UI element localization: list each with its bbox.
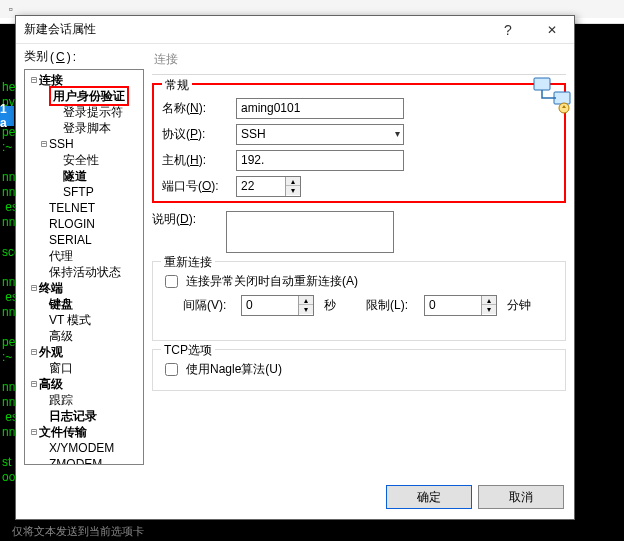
tree-item-15[interactable]: VT 模式 [25,312,143,328]
tree-label: VT 模式 [49,312,91,328]
tree-label: ZMODEM [49,456,102,465]
port-spinner[interactable]: ▴▾ [236,176,301,197]
spin-down-icon[interactable]: ▾ [286,186,300,195]
tree-item-20[interactable]: 跟踪 [25,392,143,408]
tree-label: 用户身份验证 [49,86,129,106]
tree-label: SERIAL [49,232,92,248]
interval-spinner[interactable]: ▴▾ [241,295,314,316]
ok-button[interactable]: 确定 [386,485,472,509]
port-input[interactable] [237,177,285,196]
expand-icon[interactable]: ⊟ [29,424,39,440]
spin-up-icon[interactable]: ▴ [299,296,313,305]
tree-item-13[interactable]: ⊟终端 [25,280,143,296]
host-label: 主机(H): [162,152,236,169]
spin-down-icon[interactable]: ▾ [299,305,313,314]
tree-label: X/YMODEM [49,440,114,456]
dialog-title: 新建会话属性 [24,21,486,38]
tree-label: 键盘 [49,296,73,312]
spin-up-icon[interactable]: ▴ [286,177,300,186]
name-label: 名称(N): [162,100,236,117]
tree-item-19[interactable]: ⊟高级 [25,376,143,392]
protocol-label: 协议(P): [162,126,236,143]
nagle-checkbox[interactable]: 使用Nagle算法(U) [161,360,557,379]
toolbar-icon: ▫ [4,2,18,16]
tree-item-4[interactable]: ⊟SSH [25,136,143,152]
tree-label: TELNET [49,200,95,216]
tree-item-21[interactable]: 日志记录 [25,408,143,424]
limit-input[interactable] [425,296,481,315]
spin-down-icon[interactable]: ▾ [482,305,496,314]
tree-item-5[interactable]: 安全性 [25,152,143,168]
tree-label: 保持活动状态 [49,264,121,280]
spin-up-icon[interactable]: ▴ [482,296,496,305]
tree-item-18[interactable]: 窗口 [25,360,143,376]
tree-label: 文件传输 [39,424,87,440]
general-group: 常规 名称(N): 协议(P): SSH ▾ 主机(H): [152,83,566,203]
reconnect-legend: 重新连接 [161,254,215,271]
close-button[interactable]: ✕ [530,16,574,44]
tree-label: 日志记录 [49,408,97,424]
expand-icon[interactable]: ⊟ [29,72,39,88]
tree-label: 隧道 [63,168,87,184]
limit-spinner[interactable]: ▴▾ [424,295,497,316]
tree-item-24[interactable]: ZMODEM [25,456,143,465]
session-tab-indicator[interactable]: 1 a [0,106,14,126]
category-label: 类别(C): [24,48,144,65]
tree-label: SFTP [63,184,94,200]
tree-label: 终端 [39,280,63,296]
expand-icon[interactable]: ⊟ [29,280,39,296]
dialog-titlebar: 新建会话属性 ? ✕ [16,16,574,44]
tcp-group: TCP选项 使用Nagle算法(U) [152,349,566,391]
tree-label: 高级 [49,328,73,344]
tree-label: 窗口 [49,360,73,376]
name-input[interactable] [236,98,404,119]
tree-item-1[interactable]: 用户身份验证 [25,88,143,104]
tree-label: 安全性 [63,152,99,168]
description-textarea[interactable] [226,211,394,253]
tree-label: 高级 [39,376,63,392]
tree-item-2[interactable]: 登录提示符 [25,104,143,120]
tree-item-9[interactable]: RLOGIN [25,216,143,232]
tree-item-8[interactable]: TELNET [25,200,143,216]
help-button[interactable]: ? [486,16,530,44]
limit-label: 限制(L): [366,297,418,314]
interval-input[interactable] [242,296,298,315]
expand-icon[interactable]: ⊟ [29,344,39,360]
svg-rect-0 [534,78,550,90]
tree-item-11[interactable]: 代理 [25,248,143,264]
tree-item-22[interactable]: ⊟文件传输 [25,424,143,440]
tree-label: RLOGIN [49,216,95,232]
tree-item-14[interactable]: 键盘 [25,296,143,312]
interval-label: 间隔(V): [183,297,235,314]
general-legend: 常规 [162,77,192,94]
svg-rect-1 [554,92,570,104]
status-bar: 仅将文本发送到当前选项卡 [12,524,144,539]
tree-label: 代理 [49,248,73,264]
tree-item-17[interactable]: ⊟外观 [25,344,143,360]
protocol-select[interactable]: SSH [236,124,404,145]
tree-item-12[interactable]: 保持活动状态 [25,264,143,280]
tree-item-23[interactable]: X/YMODEM [25,440,143,456]
tree-label: 跟踪 [49,392,73,408]
port-label: 端口号(O): [162,178,236,195]
tree-label: 外观 [39,344,63,360]
tree-label: SSH [49,136,74,152]
tree-item-6[interactable]: 隧道 [25,168,143,184]
tcp-legend: TCP选项 [161,342,215,359]
tree-label: 登录脚本 [63,120,111,136]
expand-icon[interactable]: ⊟ [29,376,39,392]
tree-item-10[interactable]: SERIAL [25,232,143,248]
reconnect-group: 重新连接 连接异常关闭时自动重新连接(A) 间隔(V): ▴▾ 秒 限制(L): [152,261,566,341]
expand-icon[interactable]: ⊟ [39,136,49,152]
close-icon: ✕ [547,23,557,37]
tree-item-3[interactable]: 登录脚本 [25,120,143,136]
host-input[interactable] [236,150,404,171]
auto-reconnect-checkbox[interactable]: 连接异常关闭时自动重新连接(A) [161,272,557,291]
category-tree[interactable]: ⊟连接用户身份验证登录提示符登录脚本⊟SSH安全性隧道SFTPTELNETRLO… [24,69,144,465]
tree-item-7[interactable]: SFTP [25,184,143,200]
tree-item-16[interactable]: 高级 [25,328,143,344]
cancel-button[interactable]: 取消 [478,485,564,509]
page-header: 连接 [152,44,566,74]
tree-label: 登录提示符 [63,104,123,120]
network-icon [532,76,572,114]
